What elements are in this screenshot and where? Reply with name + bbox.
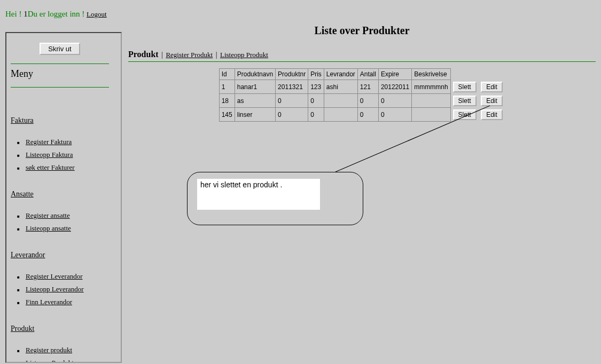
- greeting-one: 1: [24, 10, 28, 18]
- table-row: 145 linser 0 0 0 0 Slett Edit: [219, 108, 505, 122]
- list-item: Listeopp Leverandor: [17, 285, 109, 294]
- annotation-text: her vi slettet en produkt .: [197, 179, 320, 210]
- breadcrumb-sep: |: [215, 51, 218, 59]
- col-id: Id: [219, 69, 235, 80]
- col-levrandor: Levrandor: [324, 69, 357, 80]
- edit-button[interactable]: Edit: [481, 109, 503, 120]
- slett-button[interactable]: Slett: [453, 96, 477, 106]
- list-item: Register produkt: [17, 346, 109, 354]
- col-expire: Expire: [378, 69, 411, 80]
- main-content: Liste over Produkter Produkt | Register …: [128, 16, 596, 122]
- col-antall: Antall: [357, 69, 378, 80]
- breadcrumb-register-produkt[interactable]: Register Produkt: [166, 51, 213, 59]
- col-beskrivelse: Beskrivelse: [412, 69, 450, 80]
- slett-button[interactable]: Slett: [453, 109, 477, 120]
- edit-button[interactable]: Edit: [481, 96, 503, 106]
- sidebar-item-sok-fakturer[interactable]: søk etter Fakturer: [26, 163, 75, 171]
- sidebar-section-leverandor: Leverandor Register Leverandor Listeopp …: [11, 238, 109, 306]
- print-button[interactable]: Skriv ut: [40, 43, 80, 55]
- table-header-row: Id Produktnavn Produktnr Pris Levrandor …: [219, 69, 505, 80]
- login-status-bar: Hei ! 1Du er logget inn ! Logout: [5, 10, 107, 19]
- list-item: Register ansatte: [17, 211, 109, 220]
- sidebar-scroll[interactable]: Skriv ut Meny Faktura Register Faktura L…: [6, 33, 113, 362]
- col-produktnr: Produktnr: [276, 69, 308, 80]
- list-item: søk etter Fakturer: [17, 163, 109, 172]
- sidebar-section-ansatte: Ansatte Register ansatte Listeopp ansatt…: [11, 177, 109, 233]
- sidebar-title-faktura[interactable]: Faktura: [11, 116, 34, 125]
- sidebar-item-listeopp-leverandor[interactable]: Listeopp Leverandor: [26, 285, 84, 293]
- list-item: Register Faktura: [17, 138, 109, 146]
- annotation-callout: her vi slettet en produkt .: [187, 172, 363, 225]
- sidebar-item-listeopp-faktura[interactable]: Listeopp Faktura: [26, 151, 73, 159]
- sidebar-item-listeopp-produkter[interactable]: Listeopp Produkter: [26, 359, 79, 362]
- menu-heading: Meny: [11, 64, 109, 88]
- page-title: Liste over Produkter: [128, 25, 596, 37]
- sidebar-title-produkt[interactable]: Produkt: [11, 325, 34, 333]
- sidebar-item-listeopp-ansatte[interactable]: Listeopp ansatte: [26, 224, 71, 232]
- breadcrumb-listeopp-produkt[interactable]: Listeopp Produkt: [220, 51, 268, 59]
- product-table: Id Produktnavn Produktnr Pris Levrandor …: [219, 68, 505, 122]
- edit-button[interactable]: Edit: [481, 82, 503, 92]
- sidebar-item-finn-leverandor[interactable]: Finn Leverandor: [26, 298, 72, 306]
- table-row: 1 hanar1 2011321 123 ashi 121 20122011 m…: [219, 80, 505, 94]
- list-item: Register Leverandor: [17, 272, 109, 281]
- col-produktnavn: Produktnavn: [235, 69, 275, 80]
- breadcrumb-main: Produkt: [128, 50, 159, 59]
- slett-button[interactable]: Slett: [453, 82, 477, 92]
- sidebar-title-leverandor[interactable]: Leverandor: [11, 251, 45, 259]
- greeting-hei: Hei !: [5, 10, 24, 18]
- list-item: Listeopp Produkter: [17, 359, 109, 362]
- sidebar-item-register-produkt[interactable]: Register produkt: [26, 346, 72, 354]
- greeting-logged: Du er logget inn !: [28, 10, 87, 18]
- sidebar-item-register-faktura[interactable]: Register Faktura: [26, 138, 72, 146]
- table-row: 18 as 0 0 0 0 Slett Edit: [219, 94, 505, 108]
- sidebar-frame: Skriv ut Meny Faktura Register Faktura L…: [5, 32, 122, 363]
- logout-link[interactable]: Logout: [87, 10, 107, 18]
- sidebar-item-register-leverandor[interactable]: Register Leverandor: [26, 272, 82, 280]
- sidebar-title-ansatte[interactable]: Ansatte: [11, 190, 34, 199]
- sidebar-item-register-ansatte[interactable]: Register ansatte: [26, 211, 70, 219]
- list-item: Listeopp ansatte: [17, 224, 109, 233]
- breadcrumb-sep: |: [160, 51, 166, 59]
- col-pris: Pris: [308, 69, 324, 80]
- list-item: Finn Leverandor: [17, 298, 109, 306]
- sidebar-section-produkt: Produkt Register produkt Listeopp Produk…: [11, 312, 109, 362]
- list-item: Listeopp Faktura: [17, 151, 109, 159]
- sidebar-section-faktura: Faktura Register Faktura Listeopp Faktur…: [11, 104, 109, 172]
- breadcrumb: Produkt | Register Produkt | Listeopp Pr…: [128, 50, 596, 62]
